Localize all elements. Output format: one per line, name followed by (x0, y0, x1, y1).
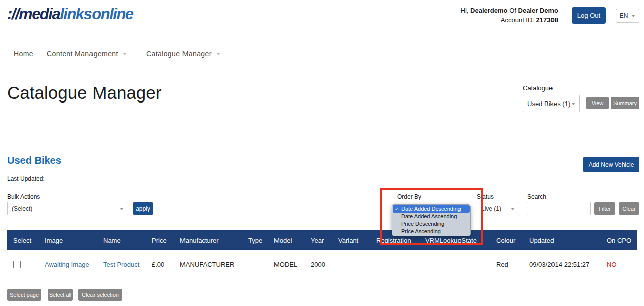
status-value: Live (1) (481, 205, 501, 212)
column-header-name: Name (103, 237, 152, 244)
year-cell: 2000 (311, 261, 338, 268)
section-title: Used Bikes (7, 155, 61, 166)
column-header-type: Type (248, 237, 274, 244)
account-line: Account ID: 217308 (461, 15, 558, 25)
column-header-manufacturer: Manufacturer (180, 237, 248, 244)
nav-item-home[interactable]: Home (14, 50, 33, 58)
dropdown-option-label: Date Added Ascending (401, 213, 457, 219)
chevron-down-icon (511, 208, 515, 210)
column-header-model: Model (274, 237, 311, 244)
awaiting-image-link[interactable]: Awaiting Image (45, 261, 89, 268)
user-info: Hi, Dealerdemo Of Dealer Demo Account ID… (461, 6, 558, 25)
chevron-down-icon (216, 53, 220, 55)
column-header-year: Year (311, 237, 338, 244)
greeting-username: Dealerdemo (470, 7, 507, 14)
nav-item-catalogue-manager[interactable]: Catalogue Manager (146, 50, 220, 58)
column-header-image: Image (45, 237, 103, 244)
image-cell: Awaiting Image (45, 261, 103, 268)
column-header-registration: Registration (376, 237, 425, 244)
clear-selection-button[interactable]: Clear selection (78, 289, 122, 301)
chevron-down-icon (571, 103, 575, 105)
table-header-row: Select Image Name Price Manufacturer Typ… (7, 230, 637, 250)
status-select[interactable]: Live (1) (477, 202, 519, 215)
column-header-on-cpo: On CPO (607, 237, 637, 244)
logo-links-text: linksonline (60, 5, 133, 23)
updated-cell: 09/03/2014 22:51:27 (529, 261, 607, 268)
page-title: Catalogue Manager (7, 83, 161, 103)
view-button[interactable]: View (586, 97, 609, 109)
status-label: Status (477, 193, 494, 200)
row-checkbox[interactable] (13, 261, 21, 268)
logo[interactable]: ://medialinksonline (7, 5, 133, 23)
select-cell (13, 261, 45, 268)
column-header-variant: Variant (338, 237, 376, 244)
greeting-dealer: Dealer Demo (518, 7, 558, 14)
dropdown-option-label: Price Descending (401, 221, 444, 227)
greeting-of: Of (509, 7, 516, 14)
column-header-select: Select (13, 237, 45, 244)
nav-content-management-label: Content Management (47, 50, 118, 58)
logout-button[interactable]: Log Out (572, 7, 606, 24)
greeting-hi: Hi, (461, 7, 469, 14)
apply-button[interactable]: apply (133, 202, 153, 215)
catalogue-label: Catalogue (523, 84, 553, 92)
greeting-line: Hi, Dealerdemo Of Dealer Demo (461, 6, 558, 15)
logo-media-text: media (19, 5, 60, 23)
dropdown-option-date-added-descending[interactable]: ✓ Date Added Descending (393, 205, 470, 213)
section-divider (0, 135, 644, 135)
nav-home-label: Home (14, 50, 33, 58)
dropdown-option-label: Date Added Descending (401, 205, 461, 213)
product-name-link[interactable]: Test Product (103, 261, 139, 268)
account-id: 217308 (536, 16, 558, 24)
summary-button[interactable]: Summary (611, 97, 639, 109)
dropdown-option-price-descending[interactable]: Price Descending (393, 220, 470, 228)
dropdown-option-label: Price Ascending (401, 228, 441, 234)
checkmark-icon: ✓ (395, 205, 401, 213)
language-value: EN (620, 12, 628, 19)
nav-divider (0, 64, 644, 64)
catalogue-select[interactable]: Used Bikes (1) (523, 95, 580, 112)
colour-cell: Red (496, 261, 529, 268)
column-header-updated: Updated (529, 237, 607, 244)
chevron-down-icon (120, 208, 124, 210)
chevron-down-icon (123, 53, 127, 55)
name-cell: Test Product (103, 261, 152, 268)
column-header-colour: Colour (496, 237, 529, 244)
vehicle-table: Select Image Name Price Manufacturer Typ… (7, 230, 637, 279)
bulk-actions-value: (Select) (12, 205, 32, 212)
on-cpo-cell: NO (607, 261, 637, 268)
last-updated-label: Last Updated: (7, 175, 45, 182)
account-label: Account ID: (501, 16, 534, 24)
dropdown-option-price-ascending[interactable]: Price Ascending (393, 228, 470, 235)
language-selector[interactable]: EN (616, 9, 639, 23)
bulk-actions-label: Bulk Actions (7, 193, 40, 200)
search-input[interactable] (527, 202, 591, 215)
price-cell: £.00 (152, 261, 180, 268)
logo-slashes: :// (7, 5, 19, 23)
chevron-down-icon (631, 15, 635, 17)
bulk-actions-select[interactable]: (Select) (7, 202, 128, 215)
nav-catalogue-manager-label: Catalogue Manager (146, 50, 212, 58)
catalogue-select-value: Used Bikes (1) (527, 100, 570, 108)
select-page-button[interactable]: Select page (7, 289, 41, 301)
column-header-vrmlookupstate: VRMLookupState (425, 237, 496, 244)
page: ://medialinksonline Hi, Dealerdemo Of De… (0, 0, 644, 306)
clear-button[interactable]: Clear (619, 202, 639, 215)
filter-button[interactable]: Filter (594, 202, 615, 215)
order-by-label: Order By (397, 193, 421, 200)
search-label: Search (527, 193, 546, 200)
select-all-button[interactable]: Select all (48, 289, 73, 301)
column-header-price: Price (152, 237, 180, 244)
table-row: Awaiting Image Test Product £.00 MANUFAC… (7, 250, 637, 279)
dropdown-option-date-added-ascending[interactable]: Date Added Ascending (393, 213, 470, 220)
order-by-dropdown-list: ✓ Date Added Descending Date Added Ascen… (392, 204, 471, 236)
nav-item-content-management[interactable]: Content Management (47, 50, 127, 58)
model-cell: MODEL (274, 261, 311, 268)
manufacturer-cell: MANUFACTURER (180, 261, 248, 268)
add-new-vehicle-button[interactable]: Add New Vehicle (583, 157, 639, 172)
